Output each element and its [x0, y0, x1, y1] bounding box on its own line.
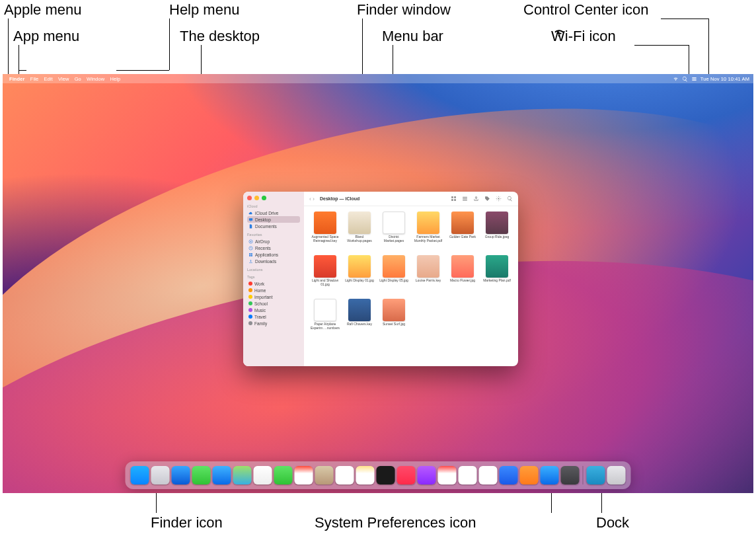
menu-file[interactable]: File — [30, 76, 39, 82]
sidebar-tag-item[interactable]: School — [247, 300, 300, 307]
nav-back-icon[interactable]: ‹ — [309, 196, 311, 202]
dock-app-safari[interactable] — [172, 466, 190, 484]
sidebar-tag-item[interactable]: Family — [247, 320, 300, 327]
menu-go[interactable]: Go — [75, 76, 81, 82]
sidebar-tag-item[interactable]: Important — [247, 293, 300, 300]
file-item[interactable]: Light Display 05.jpg — [378, 255, 410, 296]
file-name: Light Display 01.jpg — [345, 279, 374, 283]
file-thumb — [383, 212, 405, 234]
menu-help[interactable]: Help — [110, 76, 121, 82]
label-menu-bar: Menu bar — [382, 28, 443, 45]
search-icon[interactable] — [507, 196, 513, 202]
sidebar-item-downloads[interactable]: Downloads — [247, 258, 300, 264]
app-menu[interactable]: Finder — [9, 76, 25, 82]
group-icon[interactable] — [462, 196, 468, 202]
dock-app-finder[interactable] — [131, 466, 149, 484]
view-icons-icon[interactable] — [451, 196, 457, 202]
close-button[interactable] — [247, 196, 252, 200]
dock-app-downloads[interactable] — [587, 466, 605, 484]
dock-app-photos[interactable] — [254, 466, 272, 484]
nav-forward-icon[interactable]: › — [313, 196, 315, 202]
sidebar-item-desktop[interactable]: Desktop — [247, 216, 300, 223]
file-name: Augmented Space Reimagined.key — [310, 235, 340, 243]
svg-rect-16 — [463, 198, 467, 199]
tag-icon[interactable] — [484, 196, 490, 202]
sidebar-tag-item[interactable]: Travel — [247, 313, 300, 320]
file-name: Group Ride.jpeg — [485, 235, 509, 239]
dock-app-keynote[interactable] — [500, 466, 518, 484]
sidebar-item-recents[interactable]: Recents — [247, 245, 300, 251]
menubar-datetime[interactable]: Tue Nov 10 10:41 AM — [700, 76, 749, 82]
dock-app-music[interactable] — [397, 466, 416, 484]
control-center-icon[interactable] — [691, 76, 697, 82]
file-item[interactable]: Golden Gate Park — [447, 212, 478, 252]
label-app-menu: App menu — [13, 28, 79, 45]
dock-app-messages[interactable] — [192, 466, 211, 484]
share-icon[interactable] — [473, 196, 479, 202]
file-item[interactable]: Sunset Surf.jpg — [378, 299, 410, 340]
action-icon[interactable] — [496, 196, 502, 202]
sidebar-tag-item[interactable]: Work — [247, 280, 300, 287]
dock-app-stocks[interactable] — [459, 466, 477, 484]
spotlight-icon[interactable] — [682, 76, 688, 82]
dock-app-mail[interactable] — [213, 466, 231, 484]
cloud-icon — [248, 211, 253, 215]
file-thumb — [486, 212, 508, 234]
sidebar-section-tags: Tags — [247, 275, 300, 279]
dock-app-appstore[interactable] — [541, 466, 559, 484]
menu-bar[interactable]: Finder File Edit View Go Window Help Tue… — [3, 74, 753, 83]
sidebar-item-icloud-drive[interactable]: iCloud Drive — [247, 210, 300, 216]
apps-icon — [248, 252, 253, 257]
dock-app-reminders[interactable] — [336, 466, 354, 484]
dock-app-notes[interactable] — [356, 466, 375, 484]
dock-app-system-preferences[interactable] — [561, 466, 580, 484]
dock-app-news[interactable] — [438, 466, 457, 484]
file-item[interactable]: Paper Airplane Experim….numbers — [309, 299, 341, 340]
dock-app-facetime[interactable] — [274, 466, 293, 484]
dock-app-maps[interactable] — [233, 466, 252, 484]
file-item[interactable]: Group Ride.jpeg — [481, 212, 513, 252]
file-item[interactable]: Farmers Market Monthly Packet.pdf — [412, 212, 444, 252]
file-name: Marketing Plan.pdf — [483, 279, 511, 283]
dock[interactable] — [126, 461, 631, 489]
dock-app-contacts[interactable] — [315, 466, 334, 484]
sidebar-item-airdrop[interactable]: AirDrop — [247, 238, 300, 245]
svg-rect-12 — [454, 196, 456, 198]
finder-window[interactable]: iCloud iCloud Drive Desktop Documents Fa… — [243, 192, 518, 366]
label-finder-window: Finder window — [357, 1, 451, 19]
file-thumb — [348, 212, 371, 234]
sidebar-item-documents[interactable]: Documents — [247, 223, 300, 229]
file-item[interactable]: Bland Workshop.pages — [344, 212, 375, 252]
file-item[interactable]: District Market.pages — [378, 212, 410, 252]
sidebar-tag-item[interactable]: Music — [247, 307, 300, 313]
file-item[interactable]: Louise Parris.key — [412, 255, 444, 296]
minimize-button[interactable] — [254, 196, 259, 200]
tag-dot-icon — [248, 315, 252, 319]
file-item[interactable]: Macro Flower.jpg — [447, 255, 478, 296]
desktop-icon — [248, 217, 253, 222]
file-item[interactable]: Augmented Space Reimagined.key — [309, 212, 341, 252]
dock-app-trash[interactable] — [607, 466, 626, 484]
dock-app-calendar[interactable] — [295, 466, 313, 484]
finder-icon-grid[interactable]: Augmented Space Reimagined.keyBland Work… — [304, 206, 518, 366]
dock-app-numbers[interactable] — [479, 466, 498, 484]
dock-app-podcasts[interactable] — [418, 466, 436, 484]
file-item[interactable]: Rafi Chavers.key — [344, 299, 375, 340]
sidebar-tag-item[interactable]: Home — [247, 287, 300, 293]
wifi-icon[interactable] — [673, 76, 679, 82]
file-item[interactable]: Marketing Plan.pdf — [481, 255, 513, 296]
dock-app-pages[interactable] — [520, 466, 539, 484]
dock-app-launchpad[interactable] — [151, 466, 170, 484]
menu-window[interactable]: Window — [87, 76, 104, 82]
tag-dot-icon — [248, 288, 252, 292]
svg-rect-0 — [692, 77, 697, 79]
sidebar-item-applications[interactable]: Applications — [247, 251, 300, 258]
sidebar-section-favorites: Favorites — [247, 233, 300, 237]
dock-app-tv[interactable] — [377, 466, 395, 484]
label-desktop: The desktop — [180, 28, 260, 45]
maximize-button[interactable] — [262, 196, 266, 200]
file-item[interactable]: Light Display 01.jpg — [344, 255, 375, 296]
menu-edit[interactable]: Edit — [44, 76, 52, 82]
file-item[interactable]: Light and Shadow 01.jpg — [309, 255, 341, 296]
menu-view[interactable]: View — [58, 76, 69, 82]
